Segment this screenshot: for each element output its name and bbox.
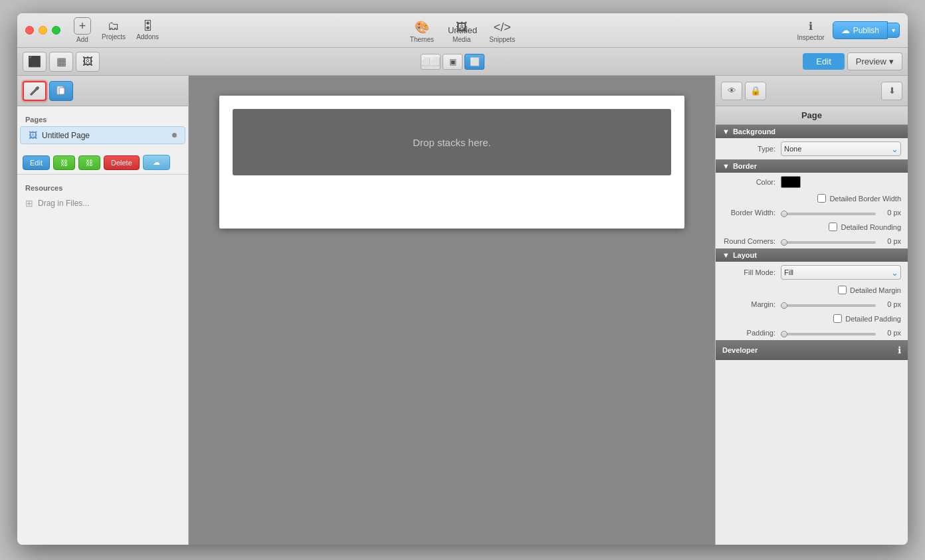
media-button[interactable]: 🖼 Media xyxy=(453,21,470,43)
toolbar-right: ℹ Inspector ☁ Publish ▾ xyxy=(797,20,900,41)
edit-action-button[interactable]: Edit xyxy=(23,155,50,170)
cloud-icon: ☁ xyxy=(153,158,160,166)
background-type-select[interactable]: None Color Image Gradient xyxy=(781,141,901,156)
detailed-rounding-row: Detailed Rounding xyxy=(716,220,908,234)
sidebar-pages-btn[interactable] xyxy=(49,81,73,101)
padding-label: Padding: xyxy=(722,329,775,337)
snippets-button[interactable]: </> Snippets xyxy=(489,21,515,43)
fill-mode-label: Fill Mode: xyxy=(722,268,775,276)
publish-label: Publish xyxy=(853,26,879,35)
close-button[interactable] xyxy=(25,26,34,35)
border-color-row: Color: xyxy=(716,173,908,191)
detailed-border-width-checkbox[interactable] xyxy=(817,194,826,203)
background-section-label: Background xyxy=(733,128,775,136)
border-section-arrow: ▼ xyxy=(722,162,730,170)
layout-section-arrow: ▼ xyxy=(722,251,730,259)
publish-main-button[interactable]: ☁ Publish xyxy=(833,21,888,39)
snippets-label: Snippets xyxy=(489,36,515,43)
cloud-action-button[interactable]: ☁ xyxy=(143,155,170,170)
addons-icon: 🎛 xyxy=(142,20,154,32)
margin-slider-wrapper xyxy=(781,300,876,309)
main-canvas: Drop stacks here. xyxy=(189,76,715,545)
drop-zone[interactable]: Drop stacks here. xyxy=(233,109,671,175)
add-plus-icon: + xyxy=(74,17,91,35)
window-controls xyxy=(25,26,60,35)
detailed-margin-checkbox[interactable] xyxy=(838,286,847,294)
inspector-toolbar: 👁 🔒 ⬇ xyxy=(716,76,908,106)
preview-label: Preview xyxy=(856,56,886,66)
page-icon-button[interactable]: ▦ xyxy=(49,52,73,72)
publish-button-group: ☁ Publish ▾ xyxy=(833,21,900,39)
page-item-untitled[interactable]: 🖼 Untitled Page xyxy=(20,126,185,144)
border-color-swatch[interactable] xyxy=(781,176,801,188)
padding-slider[interactable] xyxy=(781,333,876,335)
media-icon: 🖼 xyxy=(456,21,468,35)
inspector-export-button[interactable]: ⬇ xyxy=(881,82,902,100)
projects-label: Projects xyxy=(102,33,126,41)
image-icon-button[interactable]: 🖼 xyxy=(76,52,100,72)
drag-files-label: Drag in Files... xyxy=(38,199,89,208)
inspector-label: Inspector xyxy=(797,34,825,41)
sidebar-tool-btn[interactable] xyxy=(23,81,47,101)
view-full-button[interactable]: ⬜ xyxy=(464,54,484,70)
view-tablet-button[interactable]: ▣ xyxy=(443,54,462,70)
border-section-header: ▼ Border xyxy=(716,159,908,173)
link-action-button[interactable]: ⛓ xyxy=(53,155,75,170)
view-desktop-button[interactable]: ⬜⬜ xyxy=(421,54,441,70)
inspector-page-title: Page xyxy=(801,110,822,120)
page-item-label: Untitled Page xyxy=(42,131,167,140)
background-type-select-wrapper: None Color Image Gradient xyxy=(781,141,901,156)
border-color-label: Color: xyxy=(722,178,775,186)
inspector-panel: 👁 🔒 ⬇ Page ▼ Background Type: None xyxy=(715,76,908,545)
detailed-padding-label: Detailed Padding xyxy=(845,315,901,323)
border-width-label: Border Width: xyxy=(722,209,775,217)
edit-tab[interactable]: Edit xyxy=(803,53,844,70)
fill-mode-row: Fill Mode: Fill Fit Stretch xyxy=(716,262,908,283)
drag-files-icon: ⊞ xyxy=(25,198,33,209)
inspector-toolbar-right: ⬇ xyxy=(881,82,902,100)
toolbar2: ⬛ ▦ 🖼 ⬜⬜ ▣ ⬜ Edit Preview ▾ xyxy=(17,48,908,76)
margin-slider[interactable] xyxy=(781,304,876,307)
fill-mode-select[interactable]: Fill Fit Stretch xyxy=(781,265,901,280)
projects-button[interactable]: 🗂 Projects xyxy=(102,20,126,41)
themes-button[interactable]: 🎨 Themes xyxy=(410,20,434,43)
sidebar: Pages 🖼 Untitled Page Edit ⛓ ⛓ Delete ☁ xyxy=(17,76,189,545)
developer-bar: Developer ℹ xyxy=(716,340,908,360)
addons-label: Addons xyxy=(136,33,159,41)
margin-label: Margin: xyxy=(722,300,775,308)
delete-action-button[interactable]: Delete xyxy=(104,155,140,170)
drag-files-item[interactable]: ⊞ Drag in Files... xyxy=(17,195,188,212)
layout-section-label: Layout xyxy=(733,251,757,259)
stacks-icon-button[interactable]: ⬛ xyxy=(23,52,47,72)
padding-slider-wrapper xyxy=(781,328,876,337)
unlink-icon: ⛓ xyxy=(86,159,93,167)
inspector-eye-button[interactable]: 👁 xyxy=(721,82,742,100)
unlink-action-button[interactable]: ⛓ xyxy=(78,155,100,170)
preview-button[interactable]: Preview ▾ xyxy=(847,52,902,70)
layout-section-header: ▼ Layout xyxy=(716,248,908,262)
fill-mode-select-wrapper: Fill Fit Stretch xyxy=(781,265,901,280)
margin-row: Margin: 0 px xyxy=(716,297,908,312)
action-bar: Edit ⛓ ⛓ Delete ☁ xyxy=(17,151,188,175)
inspector-lock-button[interactable]: 🔒 xyxy=(745,82,766,100)
inspector-button[interactable]: ℹ Inspector xyxy=(797,20,825,41)
border-width-value: 0 px xyxy=(881,209,901,217)
publish-dropdown-button[interactable]: ▾ xyxy=(888,23,900,38)
detailed-padding-checkbox[interactable] xyxy=(833,314,842,323)
padding-row: Padding: 0 px xyxy=(716,326,908,340)
detailed-border-width-row: Detailed Border Width xyxy=(716,191,908,205)
view-buttons: ⬜⬜ ▣ ⬜ xyxy=(421,54,484,70)
add-button[interactable]: + Add xyxy=(74,17,91,43)
developer-label: Developer xyxy=(722,346,758,354)
background-section-arrow: ▼ xyxy=(722,128,730,136)
round-corners-slider[interactable] xyxy=(781,241,876,244)
border-width-slider[interactable] xyxy=(781,213,876,215)
minimize-button[interactable] xyxy=(39,26,47,35)
round-corners-label: Round Corners: xyxy=(722,237,775,245)
maximize-button[interactable] xyxy=(52,26,60,35)
addons-button[interactable]: 🎛 Addons xyxy=(136,20,159,41)
canvas-area: Drop stacks here. xyxy=(189,76,715,545)
detailed-rounding-checkbox[interactable] xyxy=(829,223,837,231)
inspector-icon: ℹ xyxy=(809,20,813,33)
page-canvas: Drop stacks here. xyxy=(219,96,684,229)
